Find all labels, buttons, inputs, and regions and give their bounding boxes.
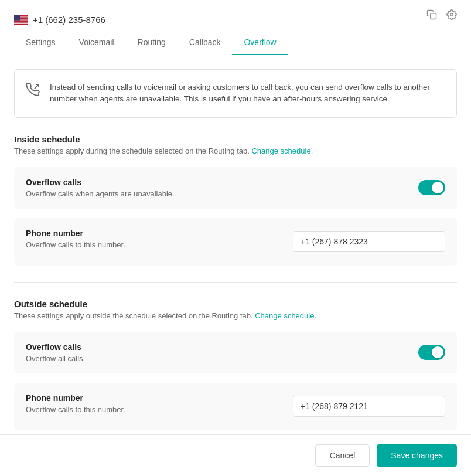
outside-overflow-calls-desc: Overflow all calls. (26, 354, 85, 363)
svg-rect-6 (14, 23, 28, 23)
inside-phone-input[interactable] (293, 231, 445, 252)
section-divider (14, 282, 457, 283)
copy-icon[interactable] (426, 9, 437, 23)
outside-overflow-calls-block: Overflow calls Overflow all calls. (14, 332, 457, 373)
cancel-button[interactable]: Cancel (315, 444, 370, 467)
page-content: Instead of sending calls to voicemail or… (0, 55, 471, 454)
outside-schedule-section: Outside schedule These settings apply ou… (14, 299, 457, 430)
outside-overflow-toggle[interactable] (418, 345, 445, 360)
svg-rect-8 (431, 13, 436, 19)
inside-phone-row: Phone number Overflow calls to this numb… (26, 229, 445, 255)
tab-callback[interactable]: Callback (178, 30, 233, 55)
inside-overflow-calls-desc: Overflow calls when agents are unavailab… (26, 189, 175, 198)
header-icons (426, 9, 457, 23)
inside-schedule-subtitle: These settings apply during the schedule… (14, 147, 457, 155)
outside-phone-row: Phone number Overflow calls to this numb… (26, 393, 445, 420)
outside-overflow-calls-row: Overflow calls Overflow all calls. (26, 342, 445, 363)
inside-overflow-calls-label: Overflow calls (26, 178, 175, 187)
phone-forward-icon (26, 83, 40, 100)
outside-schedule-subtitle: These settings apply outside the schedul… (14, 311, 457, 320)
outside-change-schedule-link[interactable]: Change schedule. (255, 311, 316, 320)
inside-phone-desc: Overflow calls to this number. (26, 240, 125, 249)
tab-settings[interactable]: Settings (14, 30, 67, 55)
inside-schedule-title: Inside schedule (14, 134, 457, 144)
inside-overflow-slider (418, 180, 445, 195)
inside-phone-label: Phone number (26, 229, 125, 238)
phone-info: +1 (662) 235-8766 (14, 15, 426, 25)
gear-icon[interactable] (446, 9, 457, 23)
tabs-bar: Settings Voicemail Routing Callback Over… (0, 30, 471, 55)
tab-routing[interactable]: Routing (126, 30, 178, 55)
tab-overflow[interactable]: Overflow (232, 30, 288, 55)
inside-change-schedule-link[interactable]: Change schedule. (251, 147, 313, 155)
inside-overflow-calls-row: Overflow calls Overflow calls when agent… (26, 178, 445, 198)
inside-overflow-calls-block: Overflow calls Overflow calls when agent… (14, 167, 457, 209)
flag-icon (14, 15, 28, 25)
info-banner-text: Instead of sending calls to voicemail or… (50, 81, 445, 106)
inside-schedule-section: Inside schedule These settings apply dur… (14, 134, 457, 266)
svg-rect-4 (14, 20, 28, 21)
page-header: +1 (662) 235-8766 (0, 0, 471, 30)
page-footer: Cancel Save changes (0, 434, 471, 476)
inside-overflow-toggle[interactable] (418, 180, 445, 195)
svg-point-9 (450, 13, 453, 16)
inside-phone-number-block: Phone number Overflow calls to this numb… (14, 218, 457, 266)
outside-phone-input[interactable] (293, 396, 445, 417)
phone-number: +1 (662) 235-8766 (33, 15, 105, 25)
outside-overflow-slider (418, 345, 445, 360)
outside-phone-number-block: Phone number Overflow calls to this numb… (14, 383, 457, 430)
svg-rect-5 (14, 22, 28, 22)
outside-phone-desc: Overflow calls to this number. (26, 405, 125, 414)
svg-rect-7 (14, 15, 20, 21)
outside-phone-label: Phone number (26, 393, 125, 403)
outside-schedule-title: Outside schedule (14, 299, 457, 309)
svg-line-10 (35, 84, 39, 89)
save-button[interactable]: Save changes (377, 444, 457, 467)
info-banner: Instead of sending calls to voicemail or… (14, 69, 457, 118)
outside-overflow-calls-label: Overflow calls (26, 342, 85, 352)
tab-voicemail[interactable]: Voicemail (67, 30, 126, 55)
